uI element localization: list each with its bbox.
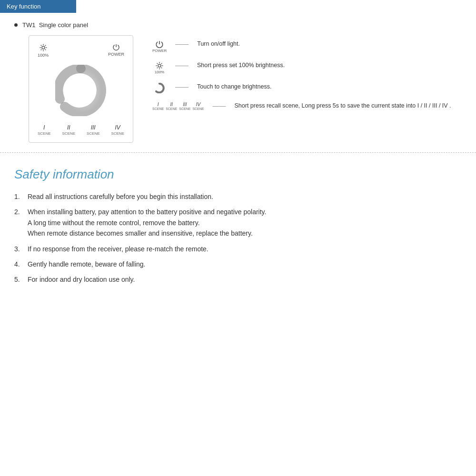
bullet-icon — [14, 23, 18, 27]
legend-sun-icon-wrap: 100% — [152, 61, 167, 74]
scene-II: II SCENE — [62, 124, 75, 136]
panel-legend-row: 100% POWER — [14, 35, 462, 143]
safety-item-2: 2. When installing battery, pay attentio… — [14, 207, 462, 238]
legend-scene-III: III SCENE — [179, 102, 190, 110]
safety-item-1-text: Read all instructions carefully before y… — [28, 193, 213, 200]
safety-item-5-text: For indoor and dry location use only. — [28, 276, 135, 283]
legend-dash-4: —— — [213, 102, 226, 109]
brightness-percent-label: 100% — [38, 53, 49, 58]
svg-line-16 — [161, 68, 162, 69]
safety-item-5: 5. For indoor and dry location use only. — [14, 274, 462, 285]
legend-power-icon — [155, 40, 164, 49]
legend-scene-row: I SCENE II SCENE III SCENE IV SCENE — [152, 102, 462, 110]
svg-line-5 — [40, 45, 41, 46]
legend-scene-I: I SCENE — [152, 102, 164, 110]
power-label: POWER — [108, 52, 124, 57]
safety-list: 1. Read all instructions carefully befor… — [14, 191, 462, 285]
tw1-code: TW1 — [22, 21, 35, 29]
safety-item-1: 1. Read all instructions carefully befor… — [14, 191, 462, 202]
safety-item-4-text: Gently handle remote, beware of falling. — [28, 260, 145, 268]
tw1-label-row: TW1 Single color panel — [14, 21, 462, 29]
legend-brightness-row: 100% —— Short press set 100% brightness. — [152, 61, 462, 74]
safety-item-3: 3. If no response from the receiver, ple… — [14, 244, 462, 254]
legend-dial-icon-wrap — [152, 83, 167, 93]
legend-power-row: POWER —— Turn on/off light. — [152, 40, 462, 53]
safety-section: Safety information 1. Read all instructi… — [0, 167, 476, 285]
legend-dial-icon — [154, 83, 165, 93]
legend-scene-IV: IV SCENE — [192, 102, 204, 110]
dial-svg — [55, 65, 107, 116]
svg-point-10 — [158, 64, 161, 67]
svg-line-18 — [157, 68, 158, 69]
tw1-desc: Single color panel — [39, 21, 88, 29]
legend-brightness-text: Short press set 100% brightness. — [197, 61, 285, 70]
key-function-bar: Key function — [0, 0, 76, 13]
legend-dial-row: —— Touch to change brightness. — [152, 83, 462, 93]
legend-sun-icon — [155, 61, 164, 70]
key-function-label: Key function — [7, 3, 41, 10]
svg-point-19 — [158, 86, 161, 89]
brightness-icon-group: 100% — [38, 43, 49, 58]
legend-dash-1: —— — [175, 40, 188, 48]
legend-power-text: Turn on/off light. — [197, 40, 240, 49]
svg-line-8 — [40, 50, 41, 50]
legend-dial-text: Touch to change brightness. — [197, 83, 271, 91]
svg-point-0 — [42, 46, 45, 49]
legend-dash-2: —— — [175, 61, 188, 69]
svg-line-6 — [45, 50, 46, 50]
safety-title: Safety information — [14, 167, 462, 182]
legend-power-icon-wrap: POWER — [152, 40, 167, 53]
safety-item-2-sub2: When remote distance becomes smaller and… — [28, 228, 462, 238]
safety-item-2-main: When installing battery, pay attention t… — [28, 208, 266, 216]
legend-scene-II: II SCENE — [166, 102, 177, 110]
power-icon — [112, 43, 120, 51]
legend-scene-text: Short press recall scene, Long press 5s … — [235, 102, 451, 110]
legend-scene-icons: I SCENE II SCENE III SCENE IV SCENE — [152, 102, 204, 110]
svg-line-17 — [161, 63, 162, 64]
section-divider — [0, 152, 476, 153]
safety-item-4: 4. Gently handle remote, beware of falli… — [14, 259, 462, 269]
svg-line-15 — [157, 63, 158, 64]
power-icon-group: POWER — [108, 43, 124, 57]
scene-I: I SCENE — [38, 124, 51, 136]
safety-item-2-sub1: A long time without the remote control, … — [28, 218, 462, 228]
remote-top-row: 100% POWER — [38, 43, 124, 58]
safety-item-3-text: If no response from the receiver, please… — [28, 245, 208, 253]
scene-row: I SCENE II SCENE III SCENE IV SCENE — [38, 124, 124, 136]
scene-III: III SCENE — [87, 124, 100, 136]
sun-icon — [39, 43, 48, 52]
scene-IV: IV SCENE — [111, 124, 124, 136]
svg-point-9 — [68, 77, 94, 104]
legend-dash-3: —— — [175, 83, 188, 90]
legend-area: POWER —— Turn on/off light. — [152, 35, 462, 110]
svg-line-7 — [45, 45, 46, 46]
dial-container — [55, 64, 107, 117]
remote-panel: 100% POWER — [29, 35, 133, 143]
